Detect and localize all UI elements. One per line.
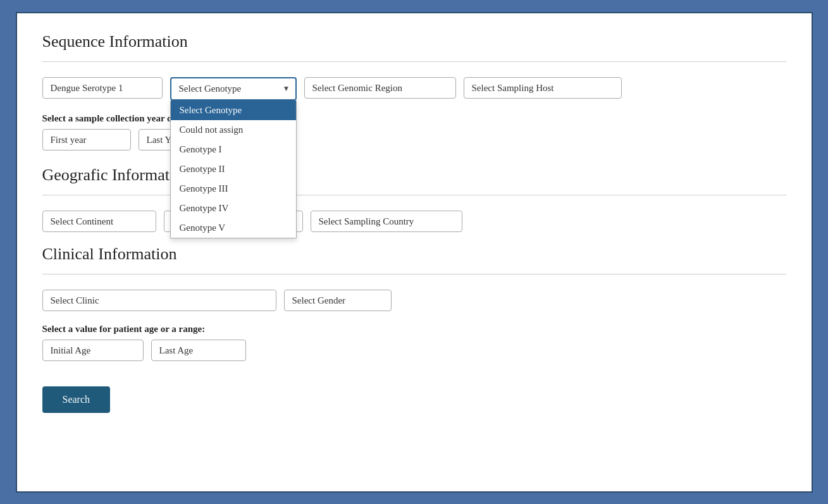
- genomic-wrapper: Select Genomic Region Complete Genome E …: [304, 77, 456, 99]
- last-age-wrapper: Last Age 102030 405060 7080: [151, 340, 246, 361]
- country-wrapper: Select Sampling Country BrazilChina Indi…: [311, 211, 462, 232]
- genotype-wrapper: Select Genotype ▼ Select Genotype Could …: [170, 77, 297, 101]
- divider-3: [42, 274, 786, 274]
- gender-wrapper: Select Gender MaleFemaleUnknown: [284, 290, 392, 311]
- gender-select[interactable]: Select Gender MaleFemaleUnknown: [284, 290, 392, 311]
- initial-age-select[interactable]: Initial Age 0510 152025: [42, 340, 144, 361]
- clinical-section-title: Clinical Information: [42, 245, 786, 264]
- age-label: Select a value for patient age or a rang…: [42, 324, 786, 335]
- sequence-section-title: Sequence Information: [42, 32, 786, 51]
- genotype-arrow-icon: ▼: [283, 84, 290, 94]
- genotype-select-display[interactable]: Select Genotype ▼: [170, 77, 297, 101]
- genotype-option-V[interactable]: Genotype V: [171, 218, 296, 238]
- geographic-dropdowns-row: Select Continent AfricaAsiaEurope North …: [42, 211, 786, 232]
- country-select[interactable]: Select Sampling Country BrazilChina Indi…: [311, 211, 462, 232]
- search-button[interactable]: Search: [42, 386, 111, 413]
- host-select[interactable]: Select Sampling Host Human Mosquito Monk…: [464, 77, 622, 99]
- genotype-option-II[interactable]: Genotype II: [171, 159, 296, 179]
- sequence-dropdowns-row: Dengue Serotype 1 Dengue Serotype 2 Deng…: [42, 77, 786, 101]
- main-panel: Sequence Information Dengue Serotype 1 D…: [16, 12, 813, 493]
- genomic-select[interactable]: Select Genomic Region Complete Genome E …: [304, 77, 456, 99]
- serotype-select[interactable]: Dengue Serotype 1 Dengue Serotype 2 Deng…: [42, 77, 163, 99]
- first-year-wrapper: First year 194019501960 197019801990 200…: [42, 129, 131, 151]
- continent-select[interactable]: Select Continent AfricaAsiaEurope North …: [42, 211, 156, 232]
- geographic-section-title: Geografic Information: [42, 166, 786, 185]
- clinic-wrapper: Select Clinic Clinic AClinic BClinic C: [42, 290, 276, 311]
- serotype-wrapper: Dengue Serotype 1 Dengue Serotype 2 Deng…: [42, 77, 163, 99]
- age-selection-group: Select a value for patient age or a rang…: [42, 324, 786, 361]
- year-selection-group: Select a sample collection year or a ran…: [42, 113, 786, 151]
- continent-wrapper: Select Continent AfricaAsiaEurope North …: [42, 211, 156, 232]
- genotype-option-could-not-assign[interactable]: Could not assign: [171, 120, 296, 140]
- divider-2: [42, 195, 786, 195]
- last-age-select[interactable]: Last Age 102030 405060 7080: [151, 340, 246, 361]
- clinic-select[interactable]: Select Clinic Clinic AClinic BClinic C: [42, 290, 276, 311]
- genotype-option-I[interactable]: Genotype I: [171, 140, 296, 159]
- initial-age-wrapper: Initial Age 0510 152025: [42, 340, 144, 361]
- divider-1: [42, 61, 786, 62]
- genotype-dropdown-menu: Select Genotype Could not assign Genotyp…: [170, 101, 297, 238]
- first-year-select[interactable]: First year 194019501960 197019801990 200…: [42, 129, 131, 151]
- genotype-option-IV[interactable]: Genotype IV: [171, 199, 296, 218]
- genotype-option-select[interactable]: Select Genotype: [171, 101, 296, 120]
- host-wrapper: Select Sampling Host Human Mosquito Monk…: [464, 77, 622, 99]
- year-label: Select a sample collection year or a ran…: [42, 113, 786, 124]
- clinical-dropdowns-row: Select Clinic Clinic AClinic BClinic C S…: [42, 290, 786, 311]
- genotype-option-III[interactable]: Genotype III: [171, 179, 296, 199]
